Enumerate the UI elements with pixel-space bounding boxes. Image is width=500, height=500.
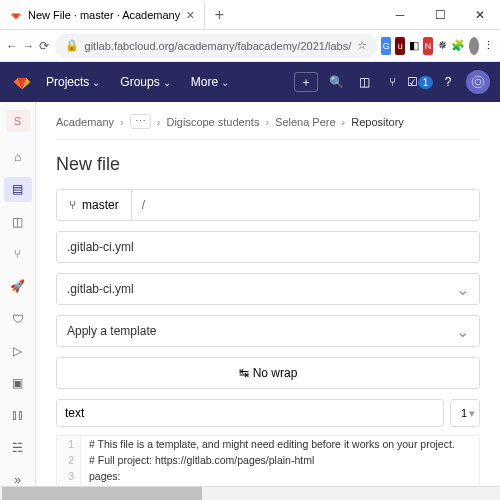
breadcrumb-current: Repository bbox=[351, 116, 404, 128]
bookmark-star-icon[interactable]: ☆ bbox=[357, 39, 367, 52]
nav-groups[interactable]: Groups bbox=[112, 71, 178, 93]
apply-template-select[interactable]: Apply a template bbox=[56, 315, 480, 347]
extension-icon[interactable]: G bbox=[381, 37, 391, 55]
reload-button[interactable]: ⟳ bbox=[38, 35, 50, 57]
nav-todos-icon[interactable]: ☑1 bbox=[410, 72, 430, 92]
syntax-mode-select[interactable]: text bbox=[56, 399, 444, 427]
forward-button[interactable]: → bbox=[22, 35, 34, 57]
window-minimize-icon[interactable]: ─ bbox=[380, 0, 420, 30]
template-type-select[interactable]: .gitlab-ci.yml bbox=[56, 273, 480, 305]
nav-projects[interactable]: Projects bbox=[38, 71, 108, 93]
nav-help-icon[interactable]: ? bbox=[438, 72, 458, 92]
tab-close-icon[interactable]: × bbox=[186, 7, 194, 23]
breadcrumb-root[interactable]: Academany bbox=[56, 116, 114, 128]
sidebar-security-icon[interactable]: 🛡 bbox=[4, 306, 32, 330]
browser-menu-icon[interactable]: ⋮ bbox=[483, 37, 494, 55]
extension-ublock-icon[interactable]: u bbox=[395, 37, 405, 55]
browser-titlebar: New File · master · Academany × + ─ ☐ ✕ bbox=[0, 0, 500, 30]
svg-point-1 bbox=[475, 79, 481, 85]
window-close-icon[interactable]: ✕ bbox=[460, 0, 500, 30]
browser-urlbar: ← → ⟳ 🔒 gitlab.fabcloud.org/academany/fa… bbox=[0, 30, 500, 62]
sidebar-analytics-icon[interactable]: ⫿⫿ bbox=[4, 403, 32, 427]
breadcrumb-user[interactable]: Selena Pere bbox=[275, 116, 336, 128]
svg-point-0 bbox=[472, 76, 484, 88]
gitlab-navbar: Projects Groups More ＋ 🔍 ◫ ⑂ ☑1 ? bbox=[0, 62, 500, 102]
branch-selector[interactable]: ⑂ master bbox=[57, 190, 132, 220]
nav-issues-icon[interactable]: ◫ bbox=[354, 72, 374, 92]
nav-plus-icon[interactable]: ＋ bbox=[294, 72, 318, 92]
project-avatar[interactable]: S bbox=[6, 110, 30, 131]
extension-n-icon[interactable]: N bbox=[423, 37, 433, 55]
filename-input[interactable]: .gitlab-ci.yml bbox=[56, 231, 480, 263]
address-bar[interactable]: 🔒 gitlab.fabcloud.org/academany/fabacade… bbox=[55, 34, 378, 58]
lock-icon: 🔒 bbox=[65, 39, 79, 52]
sidebar-ci-icon[interactable]: 🚀 bbox=[4, 274, 32, 298]
nowrap-icon: ↹ bbox=[239, 366, 249, 380]
nav-more[interactable]: More bbox=[183, 71, 237, 93]
sidebar-repository-icon[interactable]: ▤ bbox=[4, 177, 32, 201]
branch-icon: ⑂ bbox=[69, 198, 76, 212]
profile-avatar-icon[interactable] bbox=[469, 37, 479, 55]
sidebar-operations-icon[interactable]: ▷ bbox=[4, 339, 32, 363]
url-text: gitlab.fabcloud.org/academany/fabacademy… bbox=[85, 40, 352, 52]
tab-title: New File · master · Academany bbox=[28, 9, 180, 21]
breadcrumb-group[interactable]: Digiscope students bbox=[166, 116, 259, 128]
browser-tab[interactable]: New File · master · Academany × bbox=[0, 1, 205, 29]
back-button[interactable]: ← bbox=[6, 35, 18, 57]
window-maximize-icon[interactable]: ☐ bbox=[420, 0, 460, 30]
project-sidebar: S ⌂ ▤ ◫ ⑂ 🚀 🛡 ▷ ▣ ⫿⫿ ☵ » bbox=[0, 102, 36, 500]
sidebar-home-icon[interactable]: ⌂ bbox=[4, 145, 32, 169]
page-title: New file bbox=[56, 154, 480, 175]
scrollbar-thumb[interactable] bbox=[2, 487, 202, 500]
main-content: Academany › ⋯ › Digiscope students › Sel… bbox=[36, 102, 500, 500]
horizontal-scrollbar[interactable] bbox=[0, 486, 500, 500]
nav-merge-icon[interactable]: ⑂ bbox=[382, 72, 402, 92]
extensions-menu-icon[interactable]: ✵ bbox=[437, 37, 447, 55]
nav-search-icon[interactable]: 🔍 bbox=[326, 72, 346, 92]
puzzle-icon[interactable]: 🧩 bbox=[451, 37, 465, 55]
nav-user-avatar[interactable] bbox=[466, 70, 490, 94]
gitlab-logo-icon[interactable] bbox=[10, 70, 34, 94]
branch-selector-row: ⑂ master / bbox=[56, 189, 480, 221]
path-display: / bbox=[132, 198, 155, 212]
sidebar-issues-icon[interactable]: ◫ bbox=[4, 210, 32, 234]
sidebar-wiki-icon[interactable]: ☵ bbox=[4, 435, 32, 459]
gitlab-favicon bbox=[10, 9, 22, 21]
breadcrumbs: Academany › ⋯ › Digiscope students › Sel… bbox=[56, 114, 480, 140]
mode-num-input[interactable]: 1▾ bbox=[450, 399, 480, 427]
sidebar-merge-icon[interactable]: ⑂ bbox=[4, 242, 32, 266]
nowrap-button[interactable]: ↹ No wrap bbox=[56, 357, 480, 389]
new-tab-button[interactable]: + bbox=[205, 6, 233, 24]
sidebar-packages-icon[interactable]: ▣ bbox=[4, 371, 32, 395]
breadcrumb-ellipsis[interactable]: ⋯ bbox=[130, 114, 151, 129]
extension-icon-2[interactable]: ◧ bbox=[409, 37, 419, 55]
